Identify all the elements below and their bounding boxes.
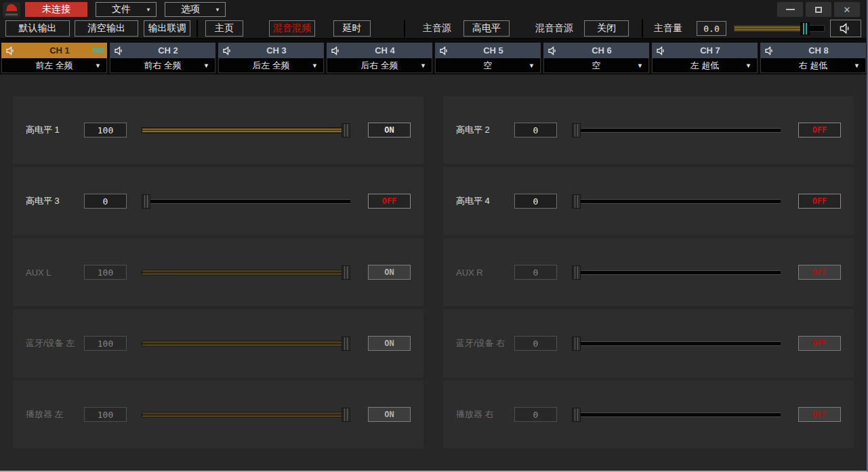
channel-output-value: 左 超低: [690, 60, 720, 72]
chevron-down-icon: ▼: [745, 62, 751, 69]
mixer-row-value-input[interactable]: [514, 194, 557, 209]
options-menu[interactable]: 选项 ▼: [165, 2, 226, 17]
close-button[interactable]: ✕: [834, 2, 860, 17]
window-controls: ✕: [777, 2, 860, 17]
mixer-row-toggle-button[interactable]: ON: [368, 265, 411, 280]
mixer-row-slider[interactable]: [142, 128, 350, 133]
mixer-row-slider-handle[interactable]: [572, 194, 581, 209]
mixer-row-value-input[interactable]: [514, 407, 557, 422]
mixer-row-slider[interactable]: [142, 270, 350, 275]
maximize-button[interactable]: [806, 2, 831, 17]
master-volume-handle[interactable]: [800, 22, 810, 35]
speaker-icon: [656, 46, 667, 56]
mixer-row-toggle-button[interactable]: OFF: [798, 336, 841, 351]
chevron-down-icon: ▼: [203, 62, 209, 69]
mixer-row-slider[interactable]: [142, 341, 350, 346]
mixer-row-slider-handle[interactable]: [142, 194, 150, 209]
master-volume-fill: [735, 26, 808, 31]
mixer-row: 蓝牙/设备 左 ON: [13, 309, 423, 377]
mixer-row: 蓝牙/设备 右 OFF: [443, 309, 854, 377]
mixer-row-toggle-button[interactable]: ON: [368, 123, 411, 137]
mixer-row-slider[interactable]: [572, 341, 781, 346]
channel-tab[interactable]: CH 1: [1, 43, 107, 58]
mixer-row-slider-handle[interactable]: [572, 265, 581, 280]
mixer-row-value-input[interactable]: [84, 407, 127, 422]
minimize-button[interactable]: [777, 2, 803, 17]
mixer-row-toggle-button[interactable]: OFF: [798, 407, 841, 422]
default-output-button[interactable]: 默认输出: [5, 20, 70, 37]
channel-name: CH 5: [450, 45, 537, 56]
mixer-row-slider[interactable]: [142, 199, 350, 204]
mixer-row-label: AUX R: [456, 267, 514, 278]
channel-output-select[interactable]: 后左 全频 ▼: [218, 58, 324, 73]
channel-output-select[interactable]: 右 超低 ▼: [760, 58, 866, 73]
channel-output-value: 前右 全频: [144, 60, 182, 72]
tab-mixer[interactable]: 混音混频: [269, 20, 315, 37]
mixer-row-slider-handle[interactable]: [572, 123, 581, 137]
channel-output-select[interactable]: 前左 全频 ▼: [1, 58, 107, 73]
channel-output-select[interactable]: 左 超低 ▼: [652, 58, 758, 73]
mixer-row-slider-fill: [142, 127, 350, 133]
mixer-row-value-input[interactable]: [84, 336, 127, 351]
master-source-label: 主音源: [423, 22, 451, 35]
mixer-row-slider-handle[interactable]: [572, 408, 581, 422]
channel-tab[interactable]: CH 5: [435, 43, 541, 58]
mixer-row-slider-handle[interactable]: [342, 337, 350, 351]
mixer-row-label: 高电平 3: [26, 195, 84, 207]
mixer-row-slider-fill: [142, 341, 350, 347]
mixer-row-value-input[interactable]: [84, 194, 127, 209]
mixer-row-slider-handle[interactable]: [572, 337, 581, 351]
mixer-row-slider[interactable]: [572, 128, 781, 133]
mixer-row-slider-handle[interactable]: [342, 265, 350, 280]
mix-source-select[interactable]: 关闭: [584, 20, 629, 37]
channel-output-select[interactable]: 前右 全频 ▼: [110, 58, 215, 73]
mixer-row-value-input[interactable]: [514, 336, 557, 351]
channel-output-select[interactable]: 空 ▼: [543, 58, 649, 73]
tab-home[interactable]: 主页: [205, 20, 243, 37]
channel-output-select[interactable]: 空 ▼: [435, 58, 541, 73]
mixer-row-toggle-button[interactable]: ON: [368, 336, 411, 351]
clear-output-button[interactable]: 清空输出: [75, 20, 138, 37]
mixer-row-slider-fill: [142, 412, 350, 418]
master-source-select[interactable]: 高电平: [463, 20, 510, 37]
channel: CH 6 空 ▼: [543, 43, 649, 73]
channel-tab[interactable]: CH 8: [760, 43, 866, 58]
mixer-row-value-input[interactable]: [84, 123, 127, 137]
channel-tab[interactable]: CH 6: [543, 43, 649, 58]
mixer-row-slider[interactable]: [142, 412, 350, 417]
mixer-row-value-input[interactable]: [514, 123, 557, 137]
master-volume-input[interactable]: [697, 21, 726, 36]
mixer-row-slider[interactable]: [572, 270, 781, 275]
master-volume-slider[interactable]: [734, 25, 825, 32]
toolbar-divider: [642, 20, 643, 37]
speaker-icon: [222, 46, 233, 56]
channel-output-select[interactable]: 后右 全频 ▼: [327, 58, 432, 73]
mixer-row-slider-handle[interactable]: [342, 123, 350, 137]
channel-tab[interactable]: CH 2: [110, 43, 215, 58]
mixer-row-slider[interactable]: [572, 412, 781, 417]
mixer-row-toggle-button[interactable]: OFF: [798, 265, 841, 280]
channel-output-value: 前左 全频: [35, 60, 73, 72]
mixer-row-toggle-button[interactable]: OFF: [798, 194, 841, 209]
channel-output-value: 空: [592, 60, 601, 72]
channel-tab[interactable]: CH 3: [218, 43, 324, 58]
mixer-row-value-input[interactable]: [84, 265, 127, 280]
mixer-row-label: 播放器 左: [26, 408, 84, 421]
mixer-row-toggle-button[interactable]: OFF: [368, 194, 411, 209]
mixer-row: 高电平 1 ON: [13, 96, 423, 164]
mixer-row-slider-handle[interactable]: [342, 408, 350, 422]
mixer-row-label: 高电平 2: [456, 124, 514, 136]
output-link-button[interactable]: 输出联调: [144, 20, 190, 37]
channel-tab[interactable]: CH 4: [327, 43, 432, 58]
toolbar-divider: [404, 20, 405, 37]
channel-tab[interactable]: CH 7: [652, 43, 758, 58]
mixer-row-value-input[interactable]: [514, 265, 557, 280]
mixer-row-toggle-button[interactable]: OFF: [798, 123, 841, 137]
tab-delay[interactable]: 延时: [333, 20, 371, 37]
connection-status-button[interactable]: 未连接: [25, 2, 87, 17]
mixer-row-toggle-button[interactable]: ON: [368, 407, 411, 422]
speaker-icon: [331, 46, 342, 56]
master-mute-button[interactable]: [830, 20, 861, 37]
mixer-row-slider[interactable]: [572, 199, 781, 204]
file-menu[interactable]: 文件 ▼: [96, 2, 157, 17]
